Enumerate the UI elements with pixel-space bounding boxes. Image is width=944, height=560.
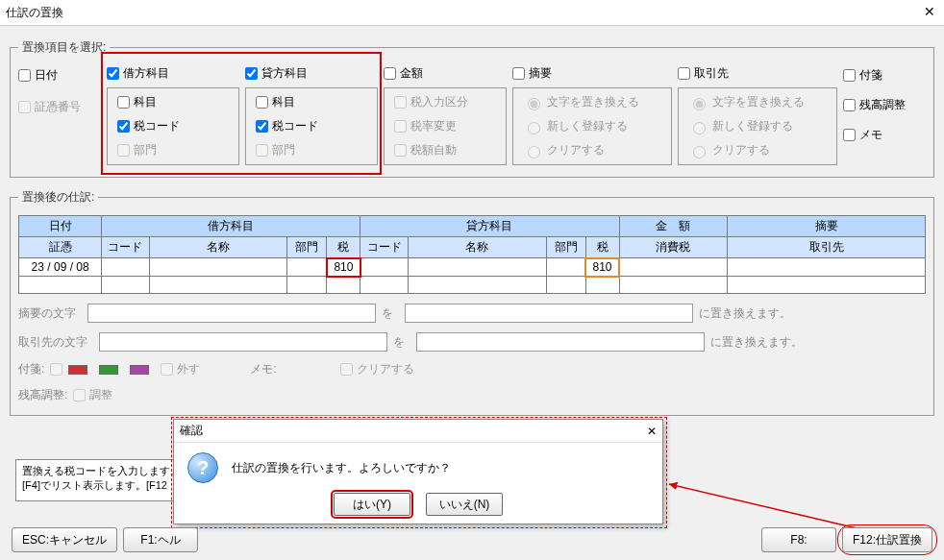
chk-amount[interactable]: 金額 (384, 65, 507, 82)
l: 外す (177, 361, 200, 377)
l: 金額 (400, 65, 423, 82)
entry-table: 日付 借方科目 貸方科目 金 額 摘要 証憑 コード 名称 部門 税 コード 名… (18, 215, 926, 294)
table-row[interactable]: 23 / 09 / 08 810 810 (19, 258, 926, 277)
l: クリアする (357, 361, 414, 377)
chk-partner[interactable]: 取引先 (678, 65, 837, 82)
l: 新しく登録する (712, 118, 793, 134)
l: クリアする (547, 142, 605, 158)
chk-date-label: 日付 (35, 67, 58, 84)
window-title: 仕訳の置換 (6, 5, 63, 21)
cell-date[interactable]: 23 / 09 / 08 (19, 258, 102, 277)
th: 取引先 (728, 237, 926, 258)
l: 税率変更 (410, 118, 457, 134)
th-date: 日付 (19, 216, 102, 237)
dialog-close-icon[interactable]: ✕ (647, 425, 657, 438)
th: 消費税 (619, 237, 728, 258)
th: 税 (585, 237, 619, 258)
chk-summary[interactable]: 摘要 (512, 65, 672, 82)
svg-line-0 (669, 484, 865, 530)
chk-debit-label: 借方科目 (123, 65, 169, 82)
th-credit: 貸方科目 (360, 216, 619, 237)
lbl-memo: メモ: (250, 361, 276, 377)
chk-debit[interactable]: 借方科目 (107, 65, 239, 82)
group-select-legend: 置換項目を選択: (18, 39, 110, 56)
cell-tax-debit[interactable]: 810 (327, 258, 360, 277)
dialog-title: 確認 (180, 423, 203, 439)
th: コード (102, 237, 149, 258)
th-summary: 摘要 (728, 216, 926, 237)
partner-to-input[interactable] (416, 332, 705, 352)
arrow-annotation (663, 461, 884, 538)
color-chip-red (68, 365, 87, 375)
partner-radio: 文字を置き換える 新しく登録する クリアする (678, 87, 837, 165)
chk-voucher: 証憑番号 (18, 99, 101, 115)
color-chip-purple (130, 365, 149, 375)
lbl-partner: 取引先の文字 (18, 334, 87, 351)
no-button[interactable]: いいえ(N) (426, 493, 503, 516)
th: コード (360, 237, 408, 258)
partner-from-input[interactable] (99, 332, 387, 352)
question-icon: ? (187, 452, 218, 483)
th: 部門 (287, 237, 327, 258)
l: 税入力区分 (410, 94, 468, 110)
summary-from-input[interactable] (87, 304, 376, 323)
chk-voucher-label: 証憑番号 (35, 99, 81, 115)
chk-balance[interactable]: 残高調整 (843, 97, 906, 113)
l: 摘要 (529, 65, 552, 82)
table-row[interactable] (19, 277, 926, 294)
group-after-legend: 置換後の仕訳: (18, 189, 98, 206)
f8-button[interactable]: F8: (761, 527, 836, 552)
summary-radio: 文字を置き換える 新しく登録する クリアする (512, 87, 672, 165)
th-debit: 借方科目 (102, 216, 360, 237)
l: 税コード (272, 118, 318, 134)
th: 税 (327, 237, 360, 258)
l: 付箋 (859, 67, 882, 84)
lbl-balance: 残高調整: (18, 387, 67, 403)
l: 税コード (134, 118, 180, 134)
th-voucher: 証憑 (19, 237, 102, 258)
cell-tax-credit[interactable]: 810 (585, 258, 619, 277)
amount-subgroup: 税入力区分 税率変更 税額自動 (384, 87, 507, 165)
th: 部門 (546, 237, 585, 258)
chk-note[interactable]: 付箋 (843, 67, 906, 84)
yes-button[interactable]: はい(Y) (334, 493, 410, 516)
summary-to-input[interactable] (405, 304, 693, 323)
f12-button[interactable]: F12:仕訳置換 (842, 527, 932, 552)
l: 科目 (134, 94, 157, 110)
balance-row: 残高調整: 調整 (18, 387, 926, 403)
th-amount: 金 額 (619, 216, 728, 237)
fusen-row: 付箋: 外す メモ: クリアする (18, 361, 926, 377)
l: 税額自動 (410, 142, 457, 158)
chk-memo[interactable]: メモ (843, 127, 906, 143)
l: を (382, 305, 393, 322)
chk-date[interactable]: 日付 (18, 67, 101, 84)
color-chip-green (99, 365, 118, 375)
l: 部門 (272, 142, 295, 158)
chk-debit-dept: 部門 (117, 142, 229, 158)
chk-credit-taxcode[interactable]: 税コード (256, 118, 367, 134)
group-select: 置換項目を選択: 日付 証憑番号 借方科目 科目 税コード 部門 貸方科目 (10, 39, 934, 178)
l: 部門 (134, 142, 157, 158)
esc-button[interactable]: ESC:キャンセル (12, 527, 117, 552)
l: 科目 (272, 94, 295, 110)
chk-credit-subject[interactable]: 科目 (256, 94, 367, 110)
chk-credit[interactable]: 貸方科目 (245, 65, 378, 82)
chk-credit-dept: 部門 (256, 142, 367, 158)
chk-credit-label: 貸方科目 (261, 65, 308, 82)
l: に置き換えます。 (699, 305, 791, 322)
th: 名称 (408, 237, 546, 258)
f1-button[interactable]: F1:ヘル (123, 527, 198, 552)
chk-debit-subject[interactable]: 科目 (117, 94, 229, 110)
l: を (393, 334, 405, 351)
credit-subgroup: 科目 税コード 部門 (245, 87, 378, 165)
lbl-summary: 摘要の文字 (18, 305, 76, 322)
l: 取引先 (694, 65, 729, 82)
confirm-dialog: 確認 ✕ ? 仕訳の置換を行います。よろしいですか？ はい(Y) いいえ(N) (173, 419, 663, 524)
l: に置き換えます。 (710, 334, 803, 351)
l: 残高調整 (859, 97, 906, 113)
debit-subgroup: 科目 税コード 部門 (107, 87, 239, 165)
dialog-text: 仕訳の置換を行います。よろしいですか？ (232, 460, 451, 476)
close-icon[interactable]: ✕ (921, 4, 938, 21)
l: 調整 (89, 387, 112, 403)
chk-debit-taxcode[interactable]: 税コード (117, 118, 229, 134)
